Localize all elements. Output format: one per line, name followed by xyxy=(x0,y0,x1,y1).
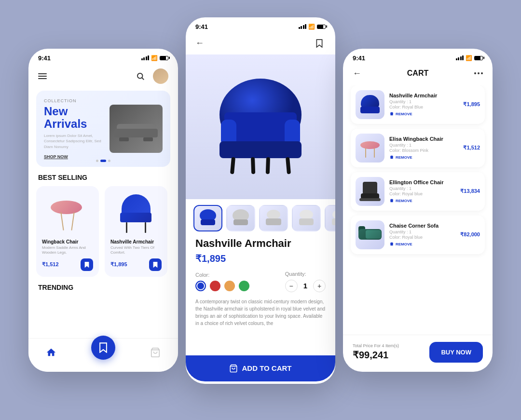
svg-rect-5 xyxy=(143,137,153,141)
status-time-1: 9:41 xyxy=(38,54,51,62)
banner-image xyxy=(110,105,163,153)
color-red[interactable] xyxy=(210,281,220,291)
nav-home[interactable] xyxy=(46,347,56,358)
cart-item-color-4: Color: Royal blue xyxy=(389,235,455,240)
remove-button-4[interactable]: REMOVE xyxy=(389,242,455,246)
cart-item-img-1 xyxy=(356,90,384,119)
cart-item-color-3: Color: Royal blue xyxy=(389,191,455,196)
cart-item-name-1: Nashville Armchair xyxy=(389,93,458,98)
banner-title: New Arrivals xyxy=(44,105,110,131)
nav-cart[interactable] xyxy=(150,347,161,358)
cart-back-button[interactable]: ← xyxy=(353,68,361,79)
quantity-minus[interactable]: − xyxy=(285,280,298,292)
thumb-1[interactable] xyxy=(193,205,222,231)
table-row: Elisa Wingback Chair Quantity : 1 Color:… xyxy=(351,129,485,167)
svg-rect-15 xyxy=(286,157,291,174)
cart-items-list: Nashville Armchair Quantity : 1 Color: R… xyxy=(343,85,493,328)
header-right xyxy=(133,68,168,84)
color-green[interactable] xyxy=(239,281,249,291)
product-price-1: ₹1,512 xyxy=(42,261,59,268)
total-price: ₹99,241 xyxy=(353,349,399,361)
armchair-visual xyxy=(117,194,155,233)
bookmark-button-2[interactable] xyxy=(149,258,162,271)
list-item[interactable]: Wingback Chair Modern Saddle Arms And Wo… xyxy=(36,186,99,277)
cart-item-price-2: ₹1,512 xyxy=(463,145,480,151)
banner-collection-label: COLLECTION xyxy=(44,98,110,103)
cart-item-color-2: Color: Blossom Pink xyxy=(389,148,458,153)
status-time-3: 9:41 xyxy=(353,54,365,62)
product-info: Nashville Armchair ₹1,895 Color: Quanti xyxy=(186,237,335,327)
nav-bookmarks-fab[interactable] xyxy=(91,336,115,360)
color-orange[interactable] xyxy=(224,281,235,291)
thumb-4[interactable] xyxy=(292,205,321,231)
banner-desc: Lorem ipsum Dolor Sit Amet, Consectetur … xyxy=(44,133,110,149)
cart-item-details-1: Nashville Armchair Quantity : 1 Color: R… xyxy=(389,93,458,116)
add-to-cart-button[interactable]: ADD TO CART xyxy=(186,355,335,381)
remove-button-3[interactable]: REMOVE xyxy=(389,198,455,203)
cart-item-price-4: ₹82,000 xyxy=(460,231,480,238)
bookmark-button-1[interactable] xyxy=(81,258,93,271)
thumbnail-strip xyxy=(186,199,335,237)
status-icons-3: 📶 xyxy=(456,55,483,61)
shop-now-button[interactable]: SHOP NOW xyxy=(44,154,110,159)
cart-item-name-3: Ellington Office Chair xyxy=(389,179,455,185)
battery-icon xyxy=(160,56,168,60)
battery-icon-2 xyxy=(317,25,326,29)
color-options xyxy=(195,281,249,291)
table-row: Nashville Armchair Quantity : 1 Color: R… xyxy=(351,85,485,124)
svg-rect-11 xyxy=(219,141,302,158)
cart-item-qty-4: Quantity : 1 xyxy=(389,230,455,234)
thumb-2[interactable] xyxy=(226,205,255,231)
phone-detail: 9:41 📶 ← xyxy=(186,17,335,384)
svg-point-22 xyxy=(300,210,313,219)
list-item[interactable]: Nashville Armchair Curved With Two Tiers… xyxy=(105,186,167,277)
quantity-plus[interactable]: + xyxy=(313,280,326,292)
cart-item-price-3: ₹13,834 xyxy=(460,188,480,194)
quantity-value: 1 xyxy=(303,282,307,290)
remove-button-2[interactable]: REMOVE xyxy=(389,155,458,160)
battery-icon-3 xyxy=(474,56,483,60)
cart-item-img-3 xyxy=(356,177,384,206)
banner-dots xyxy=(96,160,110,162)
svg-rect-14 xyxy=(266,157,270,174)
svg-rect-12 xyxy=(230,157,235,174)
user-avatar[interactable] xyxy=(153,68,168,84)
remove-button-1[interactable]: REMOVE xyxy=(389,111,458,116)
cart-item-qty-3: Quantity : 1 xyxy=(389,186,455,191)
product-footer-1: ₹1,512 xyxy=(42,258,93,271)
product-desc-1: Modern Saddle Arms And Wooden Legs. xyxy=(42,245,93,256)
table-row: Chaise Corner Sofa Quantity : 1 Color: R… xyxy=(351,216,485,254)
wingback-chair-visual xyxy=(51,197,84,230)
color-navy[interactable] xyxy=(195,281,206,291)
cart-item-qty-1: Quantity : 1 xyxy=(389,99,458,104)
search-button[interactable] xyxy=(133,68,148,84)
svg-rect-25 xyxy=(332,218,335,225)
svg-point-20 xyxy=(267,210,280,219)
detail-header: ← xyxy=(186,32,335,54)
table-row: Ellington Office Chair Quantity : 1 Colo… xyxy=(351,172,485,211)
color-section: Color: xyxy=(195,272,249,291)
cart-title: CART xyxy=(361,69,474,78)
thumb-5[interactable] xyxy=(325,205,335,231)
buy-now-button[interactable]: BUY NOW xyxy=(429,342,483,363)
svg-point-24 xyxy=(332,210,335,219)
more-options-button[interactable] xyxy=(474,72,483,74)
collection-banner: COLLECTION New Arrivals Lorem ipsum Dolo… xyxy=(36,91,170,167)
status-icons-1: 📶 xyxy=(141,55,169,61)
color-label: Color: xyxy=(195,272,249,278)
product-footer-2: ₹1,895 xyxy=(110,258,162,271)
signal-icon xyxy=(141,55,150,60)
phone-home: 9:41 📶 xyxy=(28,49,178,372)
cart-item-name-4: Chaise Corner Sofa xyxy=(389,223,455,229)
cart-item-price-1: ₹1,895 xyxy=(463,101,480,108)
product-name-1: Wingback Chair xyxy=(42,239,93,244)
product-detail-price: ₹1,895 xyxy=(195,253,326,264)
menu-button[interactable] xyxy=(38,73,47,79)
back-button[interactable]: ← xyxy=(195,38,204,48)
product-description: A contemporary twist on classic mid-cent… xyxy=(195,298,326,327)
trending-title: TRENDING xyxy=(28,277,178,296)
product-grid: Wingback Chair Modern Saddle Arms And Wo… xyxy=(28,186,178,277)
detail-bookmark[interactable] xyxy=(313,37,326,50)
thumb-3[interactable] xyxy=(259,205,288,231)
product-name-2: Nashville Armchair xyxy=(110,239,162,244)
